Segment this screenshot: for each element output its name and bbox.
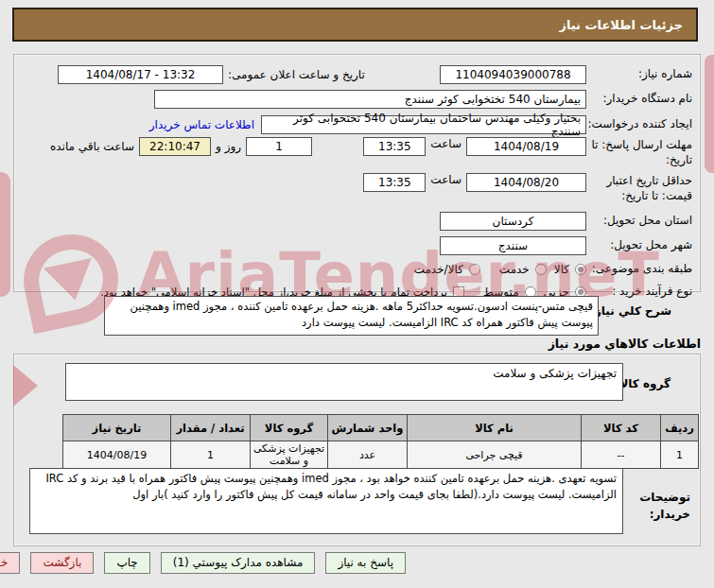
exit-button[interactable]: خروج xyxy=(0,552,20,574)
row-buyer-org: نام دستگاه خریدار: بیمارستان 540 تختخواب… xyxy=(33,87,692,112)
goods-table: ردیف کد کالا نام کالا واحد شمارش گروه کا… xyxy=(62,414,699,469)
province-label: استان محل تحویل: xyxy=(586,214,692,229)
row-classification: طبقه بندی موضوعی: کالا خدمت کالا/خدمت xyxy=(33,258,692,280)
cell-group: تجهیزات پزشکی و سلامت xyxy=(251,441,328,469)
tender-detail-page: جزئیات اطلاعات نیاز شماره نیاز: 11040940… xyxy=(0,0,714,588)
buyer-org-field[interactable]: بیمارستان 540 تختخوابی کوثر سنندج xyxy=(154,90,586,109)
cell-unit: عدد xyxy=(328,441,408,469)
print-button[interactable]: چاپ xyxy=(104,552,149,574)
col-group: گروه کالا xyxy=(251,415,328,441)
creator-field[interactable]: بختیار وکیلی مهندس ساختمان بیمارستان 540… xyxy=(261,115,586,134)
view-attachments-button[interactable]: مشاهده مدارک پیوستي (1) xyxy=(161,552,316,574)
row-deadline: مهلت ارسال پاسخ: تا تاریخ: 1404/08/19 سا… xyxy=(33,137,692,173)
row-creator: ایجاد کننده درخواست: بختیار وکیلی مهندس … xyxy=(33,112,692,137)
goods-table-header-row: ردیف کد کالا نام کالا واحد شمارش گروه کا… xyxy=(63,415,699,441)
description-label: شرح کلي نياز: xyxy=(590,304,671,318)
announce-datetime-field[interactable]: 1404/08/17 - 13:32 xyxy=(58,65,223,84)
validity-date-field[interactable]: 1404/08/20 xyxy=(466,173,586,192)
validity-hour-label: ساعت xyxy=(430,173,461,186)
radio-goods-service-icon[interactable] xyxy=(469,264,480,275)
need-number-label: شماره نیاز: xyxy=(586,67,692,82)
buyer-contact-link[interactable]: اطلاعات تماس خریدار xyxy=(149,118,254,131)
deadline-time-field[interactable]: 13:35 xyxy=(363,137,426,156)
province-field[interactable]: کردستان xyxy=(440,212,586,231)
respond-button[interactable]: پاسخ به نیاز xyxy=(325,552,406,574)
remaining-suffix-label: ساعت باقي مانده xyxy=(50,140,134,153)
classification-label: طبقه بندی موضوعی: xyxy=(586,262,692,277)
need-number-field[interactable]: 1104094039000788 xyxy=(440,65,586,84)
goods-group-field[interactable]: تجهیزات پزشکی و سلامت xyxy=(65,363,623,401)
cell-code: -- xyxy=(582,441,661,469)
validity-time-field[interactable]: 13:35 xyxy=(363,173,426,192)
cell-row: 1 xyxy=(661,441,699,469)
buyer-org-label: نام دستگاه خریدار: xyxy=(586,92,692,107)
class-option-goods-service[interactable]: کالا/خدمت xyxy=(414,263,480,276)
col-name: نام کالا xyxy=(408,415,582,441)
watermark-fragment-left xyxy=(0,172,10,297)
back-button[interactable]: بازگشت xyxy=(30,552,94,574)
city-field[interactable]: سنندج xyxy=(440,236,586,255)
col-need-date: تاریخ نیاز xyxy=(63,415,171,441)
goods-group-label: گروه کالا: xyxy=(616,377,670,390)
validity-label: حداقل تاریخ اعتبار قیمت: تا تاریخ: xyxy=(586,173,692,204)
col-row: ردیف xyxy=(661,415,699,441)
col-unit: واحد شمارش xyxy=(328,415,408,441)
page-title: جزئیات اطلاعات نیاز xyxy=(12,8,698,42)
deadline-label: مهلت ارسال پاسخ: تا تاریخ: xyxy=(586,137,692,168)
watermark-fragment-right xyxy=(705,55,714,173)
city-label: شهر محل تحویل: xyxy=(586,238,692,253)
row-validity: حداقل تاریخ اعتبار قیمت: تا تاریخ: 1404/… xyxy=(33,173,692,209)
buyer-notes-label: توضیحات خریدار: xyxy=(622,489,690,523)
row-city: شهر محل تحویل: سنندج xyxy=(33,233,692,258)
process-label: نوع فرآیند خرید : xyxy=(586,285,692,300)
cell-need-date: 1404/08/19 xyxy=(63,441,171,469)
deadline-date-field[interactable]: 1404/08/19 xyxy=(466,137,586,156)
radio-service-icon[interactable] xyxy=(535,264,547,275)
row-province: استان محل تحویل: کردستان xyxy=(33,209,692,233)
days-and-label: روز و xyxy=(216,140,241,153)
announce-label: تاریخ و ساعت اعلان عمومی: xyxy=(228,68,365,81)
remaining-days-field[interactable]: 1 xyxy=(246,137,312,156)
remaining-countdown: 22:10:47 xyxy=(139,137,211,156)
remaining-time-group: 1 روز و 22:10:47 ساعت باقي مانده xyxy=(45,137,312,156)
creator-label: ایجاد کننده درخواست: xyxy=(586,117,692,132)
goods-panel: گروه کالا: تجهیزات پزشکی و سلامت ردیف کد… xyxy=(13,354,701,546)
goods-section-title: اطلاعات کالاهاي مورد نياز xyxy=(549,337,701,351)
radio-goods-icon[interactable] xyxy=(575,264,586,275)
cell-name: قیچی جراحی xyxy=(408,441,582,469)
table-row: 1 -- قیچی جراحی عدد تجهیزات پزشکی و سلام… xyxy=(63,441,699,469)
class-option-goods[interactable]: کالا xyxy=(554,263,586,276)
row-need-number: شماره نیاز: 1104094039000788 تاریخ و ساع… xyxy=(33,61,692,87)
deadline-hour-label: ساعت xyxy=(430,137,461,150)
cell-qty: 1 xyxy=(171,441,251,469)
buyer-notes-textarea[interactable]: تسویه تعهدی .هزینه حمل برعهده تامین کنند… xyxy=(29,468,623,534)
class-option-service[interactable]: خدمت xyxy=(499,263,547,276)
col-code: کد کالا xyxy=(582,415,661,441)
action-button-bar: پاسخ به نیاز مشاهده مدارک پیوستي (1) چاپ… xyxy=(90,551,406,574)
col-qty: تعداد / مقدار xyxy=(171,415,251,441)
need-info-panel: شماره نیاز: 1104094039000788 تاریخ و ساع… xyxy=(13,54,701,292)
description-textarea[interactable]: قیچی متس-پنست ادسون.تسویه حداکثر5 ماهه .… xyxy=(104,296,599,336)
